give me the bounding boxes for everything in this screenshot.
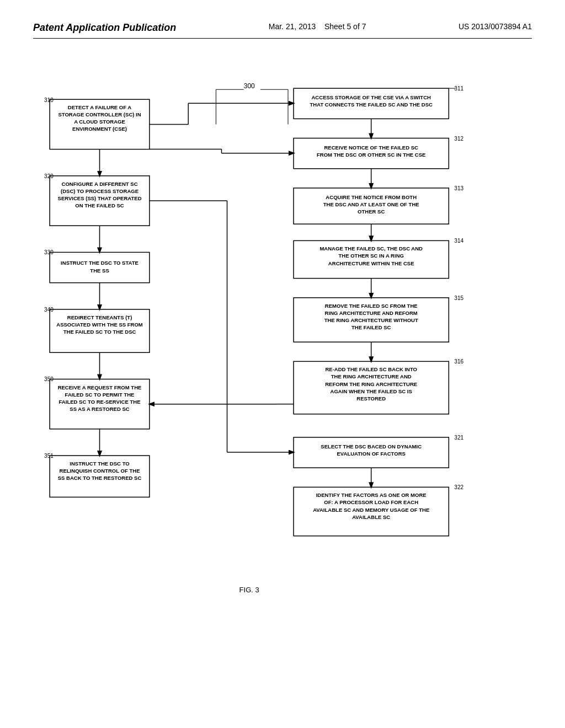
svg-text:FROM THE DSC OR OTHER SC IN TH: FROM THE DSC OR OTHER SC IN THE CSE xyxy=(317,152,426,158)
svg-text:AVAILABLE SC: AVAILABLE SC xyxy=(352,514,390,520)
svg-text:311: 311 xyxy=(454,85,463,92)
svg-text:ARCHITECTURE WITHIN THE CSE: ARCHITECTURE WITHIN THE CSE xyxy=(328,260,414,266)
svg-text:THAT CONNECTS THE FAILED SC AN: THAT CONNECTS THE FAILED SC AND THE DSC xyxy=(310,101,433,108)
svg-text:320: 320 xyxy=(44,173,54,179)
patent-diagram: DETECT A FAILURE OF A STORAGE CONTROLLER… xyxy=(33,72,532,614)
svg-text:A CLOUD STORAGE: A CLOUD STORAGE xyxy=(74,119,125,125)
svg-text:THE OTHER SC IN A RING: THE OTHER SC IN A RING xyxy=(338,253,403,259)
svg-text:CONFIGURE A DIFFERENT SC: CONFIGURE A DIFFERENT SC xyxy=(62,181,138,187)
sheet-number: Sheet 5 of 7 xyxy=(324,22,366,31)
svg-text:SELECT THE DSC BACED ON DYNAMI: SELECT THE DSC BACED ON DYNAMIC xyxy=(321,443,422,449)
page: Patent Application Publication Mar. 21, … xyxy=(0,0,565,728)
svg-text:ACQUIRE THE NOTICE FROM BOTH: ACQUIRE THE NOTICE FROM BOTH xyxy=(326,194,417,200)
svg-text:REDIRECT TENEANTS (T): REDIRECT TENEANTS (T) xyxy=(67,314,132,320)
svg-text:ON THE FAILED SC: ON THE FAILED SC xyxy=(75,202,124,208)
svg-text:REMOVE THE FAILED SC FROM THE: REMOVE THE FAILED SC FROM THE xyxy=(325,303,418,309)
publication-date: Mar. 21, 2013 xyxy=(269,22,316,31)
figure-label: FIG. 3 xyxy=(239,586,259,594)
diagram-area: DETECT A FAILURE OF A STORAGE CONTROLLER… xyxy=(33,72,532,617)
svg-text:THE FAILED SC: THE FAILED SC xyxy=(351,324,391,330)
svg-text:316: 316 xyxy=(454,358,463,365)
svg-text:ASSOCIATED WITH THE SS FROM: ASSOCIATED WITH THE SS FROM xyxy=(56,322,143,328)
svg-text:351: 351 xyxy=(44,453,54,459)
svg-text:315: 315 xyxy=(454,295,463,301)
svg-text:REFORM THE RING ARCHITECTURE: REFORM THE RING ARCHITECTURE xyxy=(325,381,417,387)
svg-text:(DSC) TO PROCESS STORAGE: (DSC) TO PROCESS STORAGE xyxy=(61,188,138,194)
svg-text:MANAGE THE FAILED SC, THE DSC : MANAGE THE FAILED SC, THE DSC AND xyxy=(319,245,423,251)
svg-text:RE-ADD THE FAILED SC BACK INTO: RE-ADD THE FAILED SC BACK INTO xyxy=(325,366,417,372)
svg-text:STORAGE CONTROLLER (SC) IN: STORAGE CONTROLLER (SC) IN xyxy=(58,111,141,117)
svg-text:FAILED SC TO RE-SERVICE THE: FAILED SC TO RE-SERVICE THE xyxy=(59,399,141,405)
page-header: Patent Application Publication Mar. 21, … xyxy=(33,22,532,39)
sheet-info: Mar. 21, 2013 Sheet 5 of 7 xyxy=(269,22,366,31)
svg-text:RESTORED: RESTORED xyxy=(356,395,386,402)
svg-text:THE FAILED SC TO THE DSC: THE FAILED SC TO THE DSC xyxy=(63,329,136,335)
svg-text:321: 321 xyxy=(454,435,463,441)
svg-text:RING ARCHITECTURE AND REFORM: RING ARCHITECTURE AND REFORM xyxy=(325,310,418,316)
svg-text:340: 340 xyxy=(44,307,54,313)
svg-text:AVAILABLE SC AND MEMORY USAGE : AVAILABLE SC AND MEMORY USAGE OF THE xyxy=(313,507,429,513)
svg-text:IDENTIFY THE FACTORS AS ONE OR: IDENTIFY THE FACTORS AS ONE OR MORE xyxy=(316,492,427,498)
svg-text:FAILED SC TO PERMIT THE: FAILED SC TO PERMIT THE xyxy=(65,392,135,398)
svg-text:DETECT A FAILURE OF A: DETECT A FAILURE OF A xyxy=(68,104,132,110)
svg-text:THE SS: THE SS xyxy=(90,267,109,274)
svg-text:322: 322 xyxy=(454,484,463,490)
svg-text:350: 350 xyxy=(44,376,54,382)
svg-text:312: 312 xyxy=(454,136,463,142)
publication-number: US 2013/0073894 A1 xyxy=(459,22,532,31)
svg-text:SS AS A RESTORED SC: SS AS A RESTORED SC xyxy=(70,406,130,412)
svg-text:RELINQUISH CONTROL OF THE: RELINQUISH CONTROL OF THE xyxy=(60,468,140,474)
svg-text:SS BACK TO THE RESTORED SC: SS BACK TO THE RESTORED SC xyxy=(58,475,142,481)
svg-text:THE RING ARCHITECTURE AND: THE RING ARCHITECTURE AND xyxy=(331,373,412,379)
svg-text:ENVIRONMENT (CSE): ENVIRONMENT (CSE) xyxy=(72,126,127,132)
svg-text:INSTRUCT THE DSC TO STATE: INSTRUCT THE DSC TO STATE xyxy=(61,260,138,266)
svg-text:INSTRUCT THE DSC TO: INSTRUCT THE DSC TO xyxy=(70,461,130,467)
svg-text:ACCESS STORAGE OF THE CSE VIA : ACCESS STORAGE OF THE CSE VIA A SWITCH xyxy=(311,94,431,100)
svg-text:OTHER SC: OTHER SC xyxy=(358,208,385,215)
svg-text:330: 330 xyxy=(44,249,54,255)
svg-text:313: 313 xyxy=(454,185,463,191)
svg-text:EVALUATION OF FACTORS: EVALUATION OF FACTORS xyxy=(337,451,405,457)
svg-text:OF: A PROCESSOR LOAD FOR EACH: OF: A PROCESSOR LOAD FOR EACH xyxy=(324,499,418,505)
svg-text:AGAIN WHEN THE FAILED SC IS: AGAIN WHEN THE FAILED SC IS xyxy=(331,388,412,394)
svg-text:300: 300 xyxy=(244,82,255,90)
svg-text:RECEIVE A REQUEST FROM THE: RECEIVE A REQUEST FROM THE xyxy=(58,384,142,390)
svg-text:THE DSC AND AT LEAST ONE OF TH: THE DSC AND AT LEAST ONE OF THE xyxy=(323,201,419,207)
svg-text:THE RING ARCHITECTURE WITHOUT: THE RING ARCHITECTURE WITHOUT xyxy=(324,317,418,323)
svg-text:RECEIVE NOTICE OF THE FAILED S: RECEIVE NOTICE OF THE FAILED SC xyxy=(324,144,418,151)
svg-text:SERVICES (SS) THAT OPERATED: SERVICES (SS) THAT OPERATED xyxy=(58,195,142,201)
publication-title: Patent Application Publication xyxy=(33,22,176,34)
svg-text:314: 314 xyxy=(454,238,463,244)
